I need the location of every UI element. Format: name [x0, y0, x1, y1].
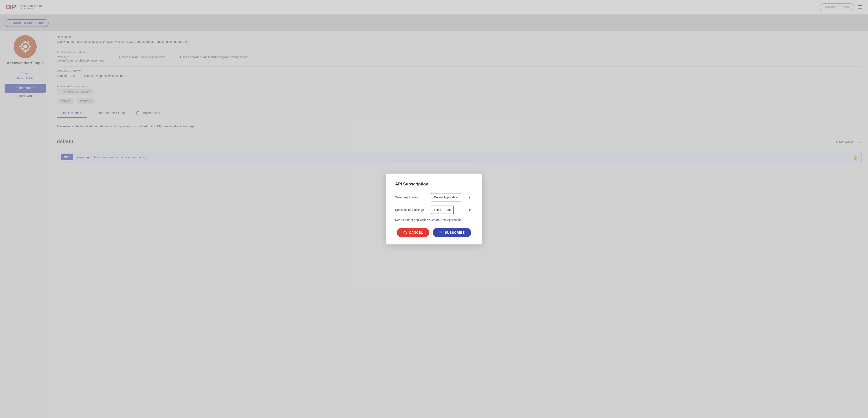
- select-application-label: Select Application: [395, 196, 427, 199]
- select-application-field: Select Application DefaultApplication: [395, 193, 473, 202]
- api-subscription-modal: API Subscription Select Application Defa…: [386, 174, 482, 244]
- select-application-wrapper: DefaultApplication: [431, 193, 473, 202]
- create-app-text: Need another application?: [395, 218, 430, 221]
- cancel-label: CANCEL: [409, 231, 423, 234]
- modal-cancel-button[interactable]: ◯ CANCEL: [397, 228, 429, 237]
- cancel-circle-icon: ◯: [403, 231, 407, 234]
- modal-subscribe-button[interactable]: 🛒 SUBSCRIBE: [433, 228, 471, 237]
- modal-title: API Subscription: [395, 182, 473, 186]
- create-app-row: Need another application? Create New App…: [395, 218, 473, 221]
- create-new-application-link[interactable]: Create New Application: [431, 218, 462, 221]
- modal-overlay: API Subscription Select Application Defa…: [0, 0, 868, 418]
- subscription-package-wrapper: FREE - Free: [431, 206, 473, 214]
- modal-actions: ◯ CANCEL 🛒 SUBSCRIBE: [395, 228, 473, 237]
- subscription-package-label: Subscription Package: [395, 208, 427, 211]
- subscribe-label: SUBSCRIBE: [445, 231, 465, 234]
- select-application-dropdown[interactable]: DefaultApplication: [431, 193, 461, 202]
- subscription-package-dropdown[interactable]: FREE - Free: [431, 206, 454, 214]
- shopping-cart-icon: 🛒: [439, 231, 443, 234]
- subscription-package-field: Subscription Package FREE - Free: [395, 206, 473, 214]
